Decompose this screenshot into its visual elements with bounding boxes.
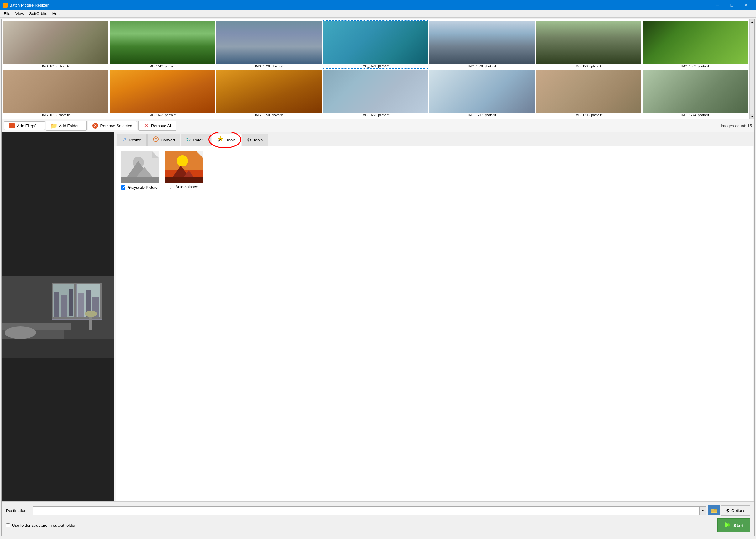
svg-rect-41 [711, 509, 717, 513]
add-files-icon [9, 123, 15, 128]
destination-combo-wrapper: ▼ [33, 506, 707, 515]
gallery-item-img10[interactable]: IMG_1650~photo.tif [216, 70, 322, 118]
gallery-item-img5[interactable]: IMG_1528~photo.tif [429, 20, 535, 69]
right-panel: ↗ Resize Convert ↻ Rotat... [114, 132, 754, 501]
tab-effects[interactable]: Tools [212, 133, 241, 146]
destination-browse-button[interactable] [708, 505, 720, 515]
gallery-item-img14[interactable]: IMG_1774~photo.tif [642, 70, 748, 118]
images-count: Images count: 15 [721, 123, 752, 128]
gallery-thumb-img5 [429, 21, 535, 64]
tools-tab-icon: ⚙ [247, 137, 251, 143]
svg-point-35 [177, 155, 188, 167]
maximize-button[interactable]: □ [725, 0, 739, 10]
scroll-down-button[interactable]: ▼ [750, 114, 755, 119]
tab-tools-label: Tools [253, 138, 263, 142]
destination-row: Destination ▼ ⚙ [5, 503, 751, 518]
svg-rect-11 [69, 289, 73, 316]
gallery-thumb-img3 [216, 21, 321, 64]
gallery-thumb-img14 [643, 70, 748, 113]
menu-softorbits[interactable]: SoftOrbits [27, 11, 50, 17]
menu-help[interactable]: Help [50, 11, 63, 17]
destination-input[interactable] [33, 506, 700, 515]
gallery-item-img12[interactable]: IMG_1707~photo.tif [429, 70, 535, 118]
scroll-track [750, 24, 754, 114]
svg-marker-32 [196, 151, 203, 158]
remove-selected-icon: ✕ [93, 123, 98, 128]
grayscale-checkbox[interactable] [121, 185, 125, 190]
app-icon [3, 3, 8, 8]
options-label: Options [731, 508, 745, 513]
use-folder-checkbox[interactable] [6, 523, 10, 527]
remove-selected-button[interactable]: ✕ Remove Selected [88, 121, 137, 130]
close-button[interactable]: ✕ [739, 0, 753, 10]
tab-effects-label: Tools [226, 138, 236, 142]
tab-resize-label: Resize [129, 138, 141, 142]
gallery-label-img5: IMG_1528~photo.tif [429, 64, 535, 69]
effects-tab-icon [217, 136, 224, 144]
gallery-thumb-img11 [323, 70, 428, 113]
rotate-tab-icon: ↻ [186, 136, 191, 143]
destination-dropdown-arrow[interactable]: ▼ [700, 506, 707, 515]
gallery-label-img6: IMG_1530~photo.tif [536, 64, 641, 69]
gallery-thumb-img6 [536, 21, 641, 64]
gallery-thumb-img7 [643, 21, 748, 64]
title-bar: Batch Picture Resizer ─ □ ✕ [0, 0, 756, 10]
gallery-scrollbar: ▲ ▼ [749, 19, 754, 119]
add-folder-label: Add Folder... [59, 123, 82, 128]
svg-marker-45 [728, 522, 730, 527]
tab-tools[interactable]: ⚙ Tools [241, 133, 268, 146]
add-files-button[interactable]: Add File(s)... [4, 121, 45, 130]
svg-rect-9 [54, 292, 59, 317]
gallery-label-img1: IMG_1615~photo.tif [3, 64, 108, 69]
svg-rect-34 [165, 151, 203, 170]
gallery-item-img11[interactable]: IMG_1652~photo.tif [322, 70, 429, 118]
gallery-item-img6[interactable]: IMG_1530~photo.tif [536, 20, 642, 69]
svg-rect-38 [165, 177, 203, 183]
action-toolbar: Add File(s)... 📁 Add Folder... ✕ Remove … [2, 119, 754, 132]
scroll-up-button[interactable]: ▲ [750, 19, 755, 24]
gallery-label-img13: IMG_1708~photo.tif [536, 113, 641, 117]
gallery-item-img1[interactable]: IMG_1615~photo.tif [3, 20, 109, 69]
tab-rotate[interactable]: ↻ Rotat... [181, 133, 211, 146]
autobalance-checkbox[interactable] [170, 185, 174, 189]
remove-all-button[interactable]: ✕ Remove All [138, 121, 176, 131]
gallery-label-img4: IMG_1521~photo.tif [323, 64, 428, 68]
gallery-item-img7[interactable]: IMG_1539~photo.tif [642, 20, 748, 69]
gallery-grid: IMG_1615~photo.tif IMG_1519~photo.tif IM… [2, 19, 749, 119]
gallery-item-img9[interactable]: IMG_1623~photo.tif [109, 70, 215, 118]
menu-bar: File View SoftOrbits Help [0, 10, 756, 18]
start-button[interactable]: Start [718, 518, 750, 532]
gallery-item-img8[interactable]: IMG_1615~photo.tif [3, 70, 109, 118]
remove-all-icon: ✕ [143, 122, 149, 129]
gallery-item-img13[interactable]: IMG_1708~photo.tif [536, 70, 642, 118]
menu-file[interactable]: File [1, 11, 13, 17]
effects-grid: Grayscale Picture [121, 151, 748, 190]
gallery-label-img12: IMG_1707~photo.tif [429, 113, 535, 117]
effect-item-grayscale[interactable]: Grayscale Picture [121, 151, 159, 190]
svg-rect-8 [74, 282, 76, 319]
add-folder-button[interactable]: 📁 Add Folder... [46, 121, 87, 131]
gallery-thumb-img12 [429, 70, 535, 113]
effect-item-autobalance[interactable]: Auto-balance [165, 151, 203, 189]
tab-resize[interactable]: ↗ Resize [117, 133, 147, 146]
svg-rect-6 [52, 282, 53, 319]
preview-image [2, 276, 114, 358]
grayscale-label: Grayscale Picture [121, 185, 159, 190]
options-button[interactable]: ⚙ Options [721, 505, 750, 516]
gallery-label-img7: IMG_1539~photo.tif [643, 64, 748, 69]
gallery-thumb-img13 [536, 70, 641, 113]
svg-marker-26 [152, 151, 159, 158]
use-folder-label: Use folder structure in output folder [12, 523, 76, 528]
gallery-item-img3[interactable]: IMG_1520~photo.tif [216, 20, 322, 69]
start-label: Start [733, 523, 743, 528]
folder-icon [711, 508, 718, 513]
tab-effects-content: Grayscale Picture [116, 146, 753, 501]
preview-panel [2, 132, 114, 501]
tab-convert[interactable]: Convert [147, 133, 180, 146]
gallery-item-img2[interactable]: IMG_1519~photo.tif [109, 20, 215, 69]
tab-convert-label: Convert [161, 138, 175, 142]
gallery-label-img8: IMG_1615~photo.tif [3, 113, 108, 117]
minimize-button[interactable]: ─ [710, 0, 725, 10]
gallery-item-img4[interactable]: IMG_1521~photo.tif [322, 20, 429, 69]
menu-view[interactable]: View [13, 11, 27, 17]
